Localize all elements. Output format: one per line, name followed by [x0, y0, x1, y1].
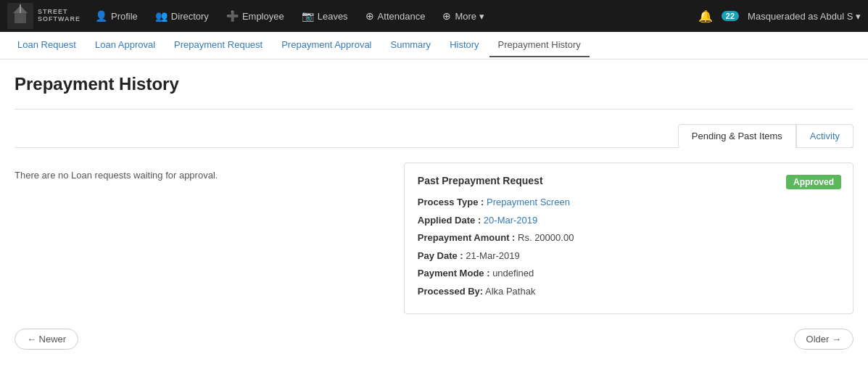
field-processed-by: Processed By: Alka Pathak: [418, 284, 840, 299]
notification-badge: 22: [722, 11, 739, 21]
nav-item-directory[interactable]: 👥 Directory: [148, 7, 216, 25]
top-nav-items: 👤 Profile 👥 Directory ➕ Employee 📷 Leave…: [88, 7, 698, 25]
field-pay-date: Pay Date : 21-Mar-2019: [418, 249, 840, 263]
tab-pending-past[interactable]: Pending & Past Items: [678, 124, 796, 148]
logo: STREETSOFTWARE: [7, 3, 80, 29]
view-tabs: Pending & Past Items Activity: [15, 124, 853, 148]
nav-item-attendance[interactable]: ⊕ Attendance: [358, 7, 433, 25]
profile-icon: 👤: [95, 10, 107, 22]
field-process-type: Process Type : Prepayment Screen: [418, 195, 840, 210]
bell-icon[interactable]: 🔔: [698, 9, 713, 23]
sub-nav-loan-request[interactable]: Loan Request: [9, 33, 85, 57]
leaves-icon: 📷: [302, 10, 314, 22]
approved-badge: Approved: [786, 175, 841, 189]
newer-button[interactable]: ← Newer: [15, 329, 78, 350]
attendance-icon: ⊕: [365, 10, 374, 22]
sub-nav-summary[interactable]: Summary: [382, 33, 440, 57]
nav-item-more[interactable]: ⊕ More ▾: [435, 7, 491, 25]
left-panel: There are no Loan requests waiting for a…: [15, 162, 389, 314]
older-button[interactable]: Older →: [794, 329, 853, 350]
sub-nav-prepayment-approval[interactable]: Prepayment Approval: [273, 33, 380, 57]
page-content: Prepayment History Pending & Past Items …: [0, 59, 868, 364]
right-panel: Past Prepayment Request Approved Process…: [404, 162, 853, 314]
divider: [15, 109, 853, 110]
employee-icon: ➕: [226, 10, 239, 22]
logo-text: STREETSOFTWARE: [38, 9, 80, 23]
sub-nav-prepayment-history[interactable]: Prepayment History: [489, 33, 590, 57]
sub-nav-loan-approval[interactable]: Loan Approval: [86, 33, 164, 57]
directory-icon: 👥: [155, 10, 168, 22]
field-applied-date: Applied Date : 20-Mar-2019: [418, 213, 840, 228]
sub-nav-prepayment-request[interactable]: Prepayment Request: [165, 33, 271, 57]
top-navigation: STREETSOFTWARE 👤 Profile 👥 Directory ➕ E…: [0, 0, 868, 32]
tab-activity[interactable]: Activity: [796, 124, 853, 148]
no-requests-message: There are no Loan requests waiting for a…: [15, 170, 218, 181]
nav-item-profile[interactable]: 👤 Profile: [88, 7, 145, 25]
nav-item-employee[interactable]: ➕ Employee: [219, 7, 292, 25]
field-prepayment-amount: Prepayment Amount : Rs. 20000.00: [418, 231, 840, 245]
main-area: There are no Loan requests waiting for a…: [15, 162, 853, 314]
more-icon: ⊕: [442, 10, 451, 22]
field-payment-mode: Payment Mode : undefined: [418, 266, 840, 281]
user-menu[interactable]: Masqueraded as Abdul S ▾: [748, 11, 861, 22]
card-title: Past Prepayment Request: [418, 175, 840, 186]
sub-nav-history[interactable]: History: [441, 33, 487, 57]
page-title: Prepayment History: [15, 74, 853, 94]
nav-item-leaves[interactable]: 📷 Leaves: [294, 7, 355, 25]
sub-navigation: Loan Request Loan Approval Prepayment Re…: [0, 32, 868, 59]
top-nav-right: 🔔 22 Masqueraded as Abdul S ▾: [698, 9, 861, 23]
pagination-row: ← Newer Older →: [15, 329, 853, 350]
prepayment-card: Past Prepayment Request Approved Process…: [404, 162, 853, 314]
svg-rect-3: [17, 17, 23, 23]
